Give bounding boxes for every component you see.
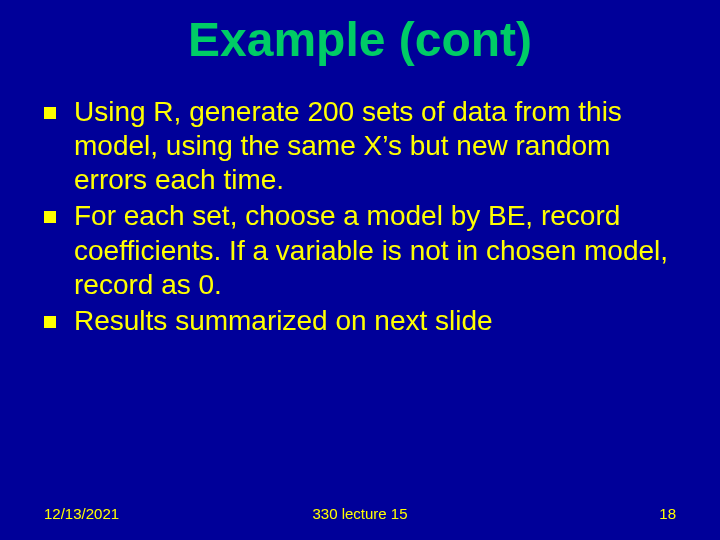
bullet-icon (44, 107, 56, 119)
list-item: For each set, choose a model by BE, reco… (44, 199, 680, 301)
slide-footer: 12/13/2021 330 lecture 15 18 (0, 505, 720, 522)
bullet-icon (44, 211, 56, 223)
bullet-text: Using R, generate 200 sets of data from … (74, 95, 680, 197)
footer-center: 330 lecture 15 (312, 505, 407, 522)
list-item: Results summarized on next slide (44, 304, 680, 338)
bullet-text: Results summarized on next slide (74, 304, 493, 338)
bullet-text: For each set, choose a model by BE, reco… (74, 199, 680, 301)
list-item: Using R, generate 200 sets of data from … (44, 95, 680, 197)
slide-body: Using R, generate 200 sets of data from … (0, 95, 720, 338)
footer-date: 12/13/2021 (44, 505, 119, 522)
slide-title: Example (cont) (0, 0, 720, 95)
footer-page-number: 18 (659, 505, 676, 522)
bullet-icon (44, 316, 56, 328)
